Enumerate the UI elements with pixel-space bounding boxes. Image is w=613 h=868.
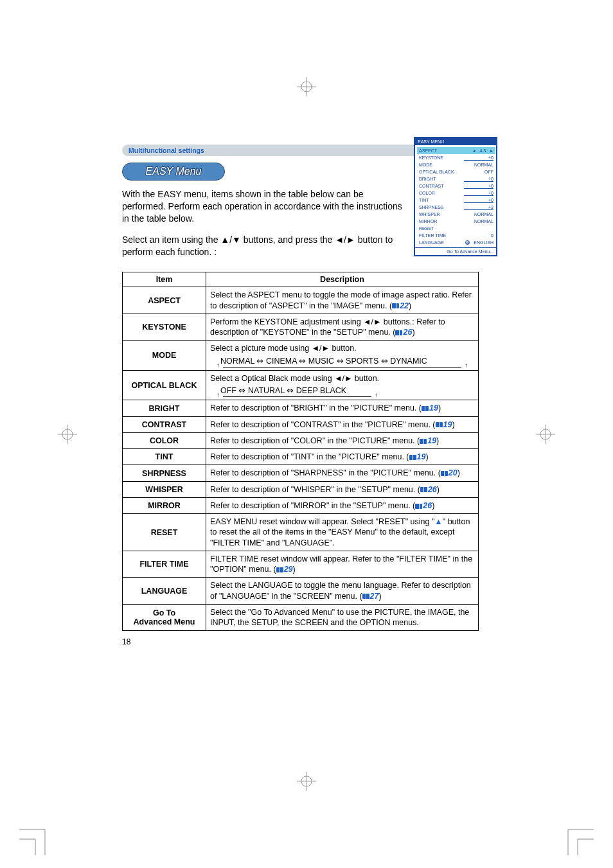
table-row: CONTRASTRefer to description of "CONTRAS… [123, 416, 479, 432]
table-row: BRIGHTRefer to description of "BRIGHT" i… [123, 400, 479, 416]
table-row-description: Perform the KEYSTONE adjustment using ◄/… [206, 314, 479, 341]
osd-row-value: +3 [464, 205, 493, 209]
table-row-description: FILTER TIME reset window will appear. Re… [206, 551, 479, 578]
osd-row-value: 0 [464, 233, 493, 238]
osd-row: MIRRORNORMAL [419, 218, 493, 225]
osd-row-value: +0 [464, 198, 493, 202]
osd-row-label: TINT [419, 198, 429, 202]
osd-row-value: +0 [464, 177, 493, 181]
registration-mark-bottom [297, 772, 316, 791]
osd-row-value: ◄ 4:3 ► [464, 148, 493, 153]
table-row: MIRRORRefer to description of "MIRROR" i… [123, 497, 479, 513]
osd-row: KEYSTONE+0 [419, 154, 493, 161]
page-reference: 22 [392, 301, 409, 310]
osd-row-label: ASPECT [419, 148, 437, 153]
osd-row: MODENORMAL [419, 161, 493, 168]
osd-row-label: LANGUAGE [419, 240, 444, 245]
osd-row: CONTRAST+0 [419, 182, 493, 190]
table-row-description: Refer to description of "SHARPNESS" in t… [206, 465, 479, 481]
table-header-item: Item [123, 272, 206, 287]
table-row-description: Refer to description of "WHISPER" in the… [206, 481, 479, 497]
mode-cycle: OFF ⇔ NATURAL ⇔ DEEP BLACK↑↑ [210, 385, 474, 397]
page-reference: 19 [436, 420, 452, 429]
osd-row-value: NORMAL [464, 212, 493, 217]
table-row: OPTICAL BLACKSelect a Optical Black mode… [123, 370, 479, 400]
section-header-text: Multifunctional settings [129, 146, 204, 154]
osd-row-value: +0 [464, 155, 493, 160]
page-reference: 26 [395, 328, 412, 337]
table-row: LANGUAGESelect the LANGUAGE to toggle th… [123, 578, 479, 605]
table-row: Go ToAdvanced MenuSelect the "Go To Adva… [123, 604, 479, 631]
table-row-description: EASY MENU reset window will appear. Sele… [206, 514, 479, 551]
book-icon [276, 567, 283, 572]
table-row-description: Select the "Go To Advanced Menu" to use … [206, 604, 479, 631]
book-icon [409, 455, 416, 460]
table-row-item: Go ToAdvanced Menu [123, 604, 206, 631]
intro-text: With the EASY menu, items shown in the t… [122, 188, 407, 258]
osd-row-label: KEYSTONE [419, 155, 443, 160]
description-table: Item Description ASPECTSelect the ASPECT… [122, 272, 479, 631]
table-row-item: KEYSTONE [123, 314, 206, 341]
table-row-description: Refer to description of "TINT" in the "P… [206, 449, 479, 465]
table-row-item: CONTRAST [123, 416, 206, 432]
book-icon [415, 504, 422, 509]
osd-row: COLOR+0 [419, 190, 493, 197]
osd-row-label: SHRPNESS [419, 205, 444, 209]
osd-row: OPTICAL BLACKOFF [419, 168, 493, 175]
easy-menu-title: EASY Menu [122, 163, 225, 181]
table-row-item: ASPECT [123, 287, 206, 314]
table-row-item: SHRPNESS [123, 465, 206, 481]
osd-row: BRIGHT+0 [419, 175, 493, 182]
table-header-desc: Description [206, 272, 479, 287]
table-row-item: LANGUAGE [123, 578, 206, 605]
osd-row: TINT+0 [419, 197, 493, 204]
table-row-item: RESET [123, 514, 206, 551]
page-reference: 19 [409, 452, 426, 461]
page-reference: 26 [420, 485, 437, 494]
osd-row-label: WHISPER [419, 212, 440, 217]
table-row-description: Refer to description of "CONTRAST" in th… [206, 416, 479, 432]
table-row-item: OPTICAL BLACK [123, 370, 206, 400]
page-reference: 19 [420, 436, 436, 445]
page-number: 18 [122, 637, 497, 646]
book-icon [420, 487, 427, 492]
osd-row-value: +0 [464, 184, 493, 188]
osd-row-value: NORMAL [464, 219, 493, 224]
osd-row-value: NORMAL [464, 163, 493, 167]
table-row-description: Select the ASPECT menu to toggle the mod… [206, 287, 479, 314]
intro-p1: With the EASY menu, items shown in the t… [122, 188, 407, 225]
table-row-item: MODE [123, 341, 206, 371]
osd-row-label: OPTICAL BLACK [419, 170, 454, 174]
osd-row-label: FILTER TIME [419, 233, 446, 238]
osd-row-label: CONTRAST [419, 184, 444, 188]
table-row-description: Select a Optical Black mode using ◄/► bu… [206, 370, 479, 400]
table-row-item: FILTER TIME [123, 551, 206, 578]
table-row-item: BRIGHT [123, 400, 206, 416]
page-reference: 19 [422, 403, 438, 412]
osd-title: EASY MENU [415, 138, 496, 145]
osd-row: FILTER TIME0 [419, 232, 493, 239]
table-row-description: Select the LANGUAGE to toggle the menu l… [206, 578, 479, 605]
book-icon [420, 439, 427, 444]
page-reference: 26 [415, 501, 432, 510]
table-row-item: WHISPER [123, 481, 206, 497]
table-row-item: MIRROR [123, 497, 206, 513]
book-icon [441, 471, 448, 476]
intro-p2: Select an item using the ▲/▼ buttons, an… [122, 234, 407, 258]
osd-row: LANGUAGE ENGLISH [419, 239, 493, 246]
osd-row: SHRPNESS+3 [419, 204, 493, 211]
osd-row: WHISPERNORMAL [419, 211, 493, 218]
osd-row: RESET [419, 225, 493, 232]
osd-menu-screenshot: EASY MENU ASPECT◄ 4:3 ►KEYSTONE+0MODENOR… [414, 137, 497, 256]
osd-row-label: MODE [419, 163, 432, 167]
osd-row-label: BRIGHT [419, 177, 436, 181]
table-row-item: COLOR [123, 432, 206, 448]
osd-row-label: MIRROR [419, 219, 437, 224]
table-row: SHRPNESSRefer to description of "SHARPNE… [123, 465, 479, 481]
page-reference: 27 [362, 592, 379, 601]
table-row-description: Refer to description of "COLOR" in the "… [206, 432, 479, 448]
table-row: COLORRefer to description of "COLOR" in … [123, 432, 479, 448]
page-reference: 20 [441, 468, 458, 477]
osd-row-value: +0 [464, 191, 493, 195]
table-row: ASPECTSelect the ASPECT menu to toggle t… [123, 287, 479, 314]
